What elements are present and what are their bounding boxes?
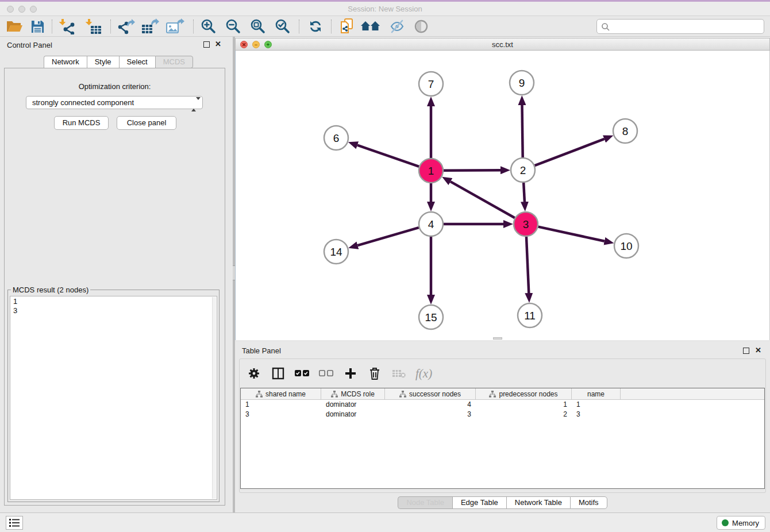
- network-window-titlebar[interactable]: ✕ − + scc.txt: [235, 38, 770, 51]
- column-header-name[interactable]: name: [572, 388, 621, 399]
- graph-edge-4-14[interactable]: [357, 228, 418, 245]
- cell-successor-nodes[interactable]: 3: [385, 410, 476, 419]
- export-image-icon[interactable]: [165, 18, 185, 35]
- birdseye-view-icon[interactable]: [411, 18, 431, 35]
- tab-node-table[interactable]: Node Table: [398, 496, 452, 509]
- table-row[interactable]: 1 dominator 4 1 1: [241, 400, 764, 410]
- mcds-result-line: 3: [10, 306, 217, 315]
- cell-predecessor-nodes[interactable]: 1: [476, 400, 572, 410]
- export-table-icon[interactable]: [140, 18, 160, 35]
- search-icon: [601, 22, 610, 32]
- copy-network-style-icon[interactable]: [338, 18, 357, 35]
- dropdown-stepper-icon: [191, 98, 197, 110]
- column-header-shared-name[interactable]: shared name: [241, 388, 321, 399]
- network-graph[interactable]: 7968124314101511: [236, 51, 769, 339]
- show-column-icon[interactable]: [271, 366, 286, 381]
- export-network-icon[interactable]: [116, 18, 136, 35]
- tree-icon: [489, 391, 496, 398]
- optimization-criterion-label: Optimization criterion:: [5, 82, 225, 91]
- graph-node-label-14: 14: [330, 246, 342, 258]
- cell-mcds-role[interactable]: dominator: [321, 400, 385, 410]
- graph-edge-3-11[interactable]: [526, 237, 529, 293]
- tree-icon: [331, 391, 338, 398]
- network-window: ✕ − + scc.txt 7968124314101511: [235, 38, 770, 340]
- cell-successor-nodes[interactable]: 4: [385, 400, 476, 410]
- column-header-predecessor-nodes[interactable]: predecessor nodes: [476, 388, 572, 399]
- graph-edge-2-3[interactable]: [523, 183, 525, 202]
- tab-motifs[interactable]: Motifs: [570, 496, 607, 509]
- session-title: Session: New Session: [0, 5, 770, 13]
- close-table-panel-icon[interactable]: ✕: [755, 346, 761, 354]
- mcds-result-textarea[interactable]: 1 3: [10, 296, 217, 500]
- table-row[interactable]: 3 dominator 3 2 3: [241, 410, 764, 419]
- settings-gear-icon[interactable]: [247, 366, 261, 381]
- tab-network-table[interactable]: Network Table: [506, 496, 570, 509]
- table-panel: Table Panel ✕ f(x): [235, 342, 770, 512]
- graph-edge-2-8[interactable]: [535, 139, 605, 165]
- search-input[interactable]: [612, 21, 760, 32]
- node-table-header: shared name MCDS role successor nodes pr…: [241, 388, 764, 400]
- zoom-out-icon[interactable]: [224, 18, 243, 35]
- memory-button[interactable]: Memory: [717, 516, 765, 530]
- tree-icon: [256, 391, 263, 398]
- graph-edge-3-1[interactable]: [451, 182, 515, 218]
- network-canvas[interactable]: 7968124314101511: [235, 51, 770, 340]
- task-history-button[interactable]: [6, 516, 23, 530]
- zoom-fit-icon[interactable]: [248, 18, 268, 35]
- toolbar-separator: [110, 20, 111, 33]
- graph-node-label-11: 11: [524, 310, 536, 322]
- open-folder-icon[interactable]: [5, 18, 24, 35]
- table-container: f(x) shared name MCDS role successor nod…: [239, 358, 766, 493]
- import-network-icon[interactable]: [57, 18, 77, 35]
- control-panel-tabs: Network Style Select MCDS: [44, 56, 193, 68]
- save-session-icon[interactable]: [28, 18, 47, 35]
- column-header-mcds-role[interactable]: MCDS role: [321, 388, 385, 399]
- float-table-panel-icon[interactable]: [743, 348, 749, 354]
- control-panel-title: Control Panel: [7, 41, 52, 49]
- cell-predecessor-nodes[interactable]: 2: [476, 410, 572, 419]
- close-panel-button[interactable]: Close panel: [117, 116, 176, 130]
- graph-node-label-1: 1: [428, 165, 434, 177]
- graph-edge-1-2[interactable]: [444, 170, 500, 171]
- refresh-icon[interactable]: [306, 18, 325, 35]
- tab-edge-table[interactable]: Edge Table: [452, 496, 506, 509]
- select-all-checkboxes-icon[interactable]: [295, 366, 310, 381]
- cell-name[interactable]: 1: [572, 400, 621, 410]
- status-bar: Memory: [0, 512, 770, 532]
- graph-node-label-8: 8: [622, 125, 629, 137]
- zoom-in-icon[interactable]: [199, 18, 218, 35]
- result-scrollbar[interactable]: [212, 297, 216, 499]
- cell-shared-name[interactable]: 3: [241, 410, 321, 419]
- deselect-all-checkboxes-icon[interactable]: [319, 366, 334, 381]
- table-panel-title: Table Panel: [242, 346, 281, 355]
- control-panel: Control Panel ✕ Network Style Select MCD…: [0, 37, 233, 512]
- home-layout-icon[interactable]: [361, 18, 380, 35]
- add-column-icon[interactable]: [343, 366, 358, 381]
- cell-name[interactable]: 3: [572, 410, 621, 419]
- run-mcds-button[interactable]: Run MCDS: [54, 116, 109, 130]
- cell-shared-name[interactable]: 1: [241, 400, 321, 410]
- hide-graphics-details-icon[interactable]: [387, 18, 407, 35]
- tab-select[interactable]: Select: [119, 56, 155, 68]
- delete-table-icon: [391, 366, 406, 381]
- memory-label: Memory: [732, 519, 759, 527]
- zoom-selected-icon[interactable]: [273, 18, 292, 35]
- criterion-dropdown[interactable]: strongly connected component: [26, 96, 203, 109]
- graph-edge-3-10[interactable]: [538, 227, 604, 241]
- cell-mcds-role[interactable]: dominator: [321, 410, 385, 419]
- close-panel-icon[interactable]: ✕: [215, 40, 221, 48]
- column-header-successor-nodes[interactable]: successor nodes: [385, 388, 476, 399]
- graph-node-label-10: 10: [620, 240, 632, 252]
- graph-edge-2-9[interactable]: [522, 105, 523, 157]
- tab-style[interactable]: Style: [87, 56, 119, 68]
- toolbar-separator: [193, 20, 194, 33]
- tab-network[interactable]: Network: [44, 56, 87, 68]
- graph-edge-1-6[interactable]: [357, 145, 419, 167]
- mcds-result-line: 1: [10, 296, 217, 306]
- delete-column-icon[interactable]: [367, 366, 382, 381]
- canvas-grip[interactable]: [493, 337, 502, 340]
- tab-mcds[interactable]: MCDS: [155, 56, 193, 68]
- float-panel-icon[interactable]: [203, 41, 210, 48]
- control-panel-header: Control Panel ✕: [0, 37, 233, 53]
- import-table-icon[interactable]: [84, 18, 103, 35]
